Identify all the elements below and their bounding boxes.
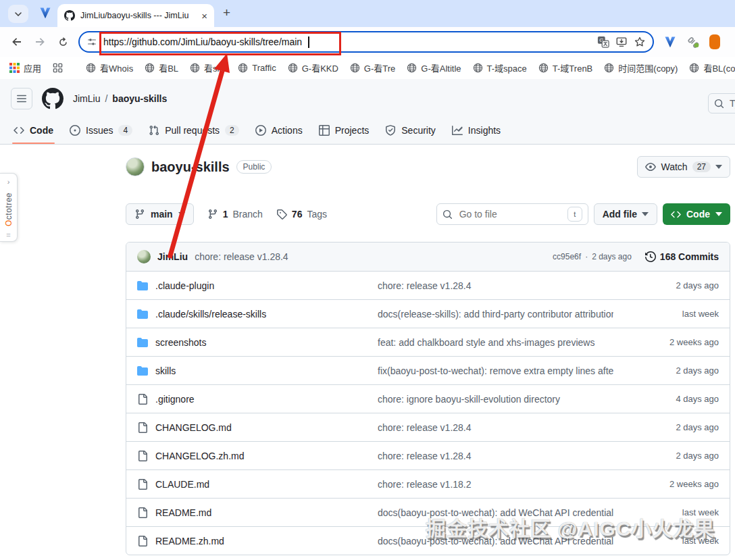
reload-button[interactable] bbox=[51, 30, 74, 53]
repo-title[interactable]: baoyu-skills bbox=[151, 159, 230, 175]
commit-message-link[interactable]: chore: ignore baoyu-skill-evolution dire… bbox=[378, 394, 613, 405]
breadcrumb-owner[interactable]: JimLiu bbox=[73, 93, 100, 104]
extension-icon-clipped[interactable] bbox=[709, 34, 720, 49]
browser-logo-icon[interactable] bbox=[39, 6, 52, 20]
tags-link[interactable]: 76 Tags bbox=[276, 209, 327, 220]
install-app-icon[interactable] bbox=[615, 36, 628, 48]
file-name-link[interactable]: .gitignore bbox=[137, 394, 367, 405]
commit-message[interactable]: chore: release v1.28.4 bbox=[195, 251, 288, 262]
table-row: .claude-plugin chore: release v1.28.4 2 … bbox=[126, 271, 730, 299]
folder-icon bbox=[137, 280, 148, 291]
bookmark-star-icon[interactable] bbox=[634, 36, 646, 48]
commit-time: 4 days ago bbox=[624, 394, 719, 404]
file-name-link[interactable]: screenshots bbox=[137, 337, 367, 348]
browser-logo-icon[interactable] bbox=[663, 35, 677, 49]
octotree-panel-toggle[interactable]: › Octotree = bbox=[0, 173, 18, 242]
file-name-link[interactable]: CHANGELOG.zh.md bbox=[137, 451, 367, 461]
apps-shortcut[interactable]: 应用 bbox=[9, 61, 41, 74]
bookmark-item[interactable]: T-域TrenB bbox=[538, 61, 592, 74]
tab-close-icon[interactable]: × bbox=[201, 11, 207, 21]
tab-actions[interactable]: Actions bbox=[250, 116, 308, 144]
bookmark-item[interactable]: 时间范围(copy) bbox=[604, 61, 678, 74]
repo-nav: Code Issues 4 Pull requests 2 Actions Pr… bbox=[0, 116, 735, 144]
globe-icon bbox=[145, 63, 155, 73]
back-button[interactable] bbox=[5, 30, 28, 53]
bookmark-item[interactable]: 看Whois bbox=[86, 61, 133, 74]
history-icon bbox=[645, 251, 656, 262]
branch-icon bbox=[207, 209, 218, 220]
tag-icon bbox=[276, 209, 287, 220]
code-button[interactable]: Code bbox=[663, 203, 730, 225]
commit-time: 2 days ago bbox=[624, 451, 719, 461]
file-name-link[interactable]: README.md bbox=[137, 507, 367, 518]
commit-message-link[interactable]: chore: release v1.18.2 bbox=[378, 479, 613, 490]
tab-issues[interactable]: Issues 4 bbox=[64, 116, 138, 144]
file-icon bbox=[137, 536, 148, 546]
tab-pull-requests[interactable]: Pull requests 2 bbox=[143, 116, 245, 144]
file-icon bbox=[137, 479, 148, 490]
commit-message-link[interactable]: chore: release v1.28.4 bbox=[378, 422, 613, 433]
commit-message-link[interactable]: fix(baoyu-post-to-wechat): remove extra … bbox=[378, 365, 613, 376]
reload-icon bbox=[57, 36, 69, 48]
chevron-down-icon bbox=[715, 165, 722, 169]
github-logo-icon[interactable] bbox=[42, 88, 64, 109]
go-to-file-field[interactable] bbox=[458, 208, 562, 220]
commit-message-link[interactable]: chore: release v1.28.4 bbox=[378, 280, 613, 291]
branch-selector-button[interactable]: main bbox=[126, 203, 194, 225]
file-name-link[interactable]: skills bbox=[137, 365, 367, 376]
search-icon bbox=[714, 99, 724, 109]
hamburger-menu-button[interactable] bbox=[11, 88, 32, 109]
bookmark-item[interactable]: 看site bbox=[190, 61, 226, 74]
tab-security[interactable]: Security bbox=[380, 116, 441, 144]
file-name-link[interactable]: CHANGELOG.md bbox=[137, 422, 367, 433]
bookmark-item[interactable]: G-看Tre bbox=[350, 61, 395, 74]
latest-commit-bar: JimLiu chore: release v1.28.4 cc95e6f · … bbox=[126, 243, 730, 271]
watch-button[interactable]: Watch 27 bbox=[637, 156, 730, 178]
bookmark-item[interactable]: 看BL bbox=[145, 61, 178, 74]
table-row: CHANGELOG.zh.md chore: release v1.28.4 2… bbox=[126, 441, 730, 469]
eye-icon bbox=[645, 161, 656, 172]
branches-link[interactable]: 1 Branch bbox=[207, 209, 263, 220]
forward-button[interactable] bbox=[28, 30, 51, 53]
hamburger-icon bbox=[16, 93, 27, 104]
commit-message-link[interactable]: feat: add chalkboard style and xhs-image… bbox=[378, 337, 613, 348]
bookmark-item[interactable]: Traffic bbox=[238, 63, 276, 73]
drag-handle-icon[interactable]: = bbox=[6, 234, 10, 238]
extension-link-icon[interactable] bbox=[686, 35, 700, 49]
file-name-link[interactable]: .claude-plugin bbox=[137, 280, 367, 291]
bookmark-item[interactable]: 看BL(copy) bbox=[689, 61, 735, 74]
add-file-button[interactable]: Add file bbox=[594, 203, 657, 225]
go-to-file-input[interactable]: t bbox=[436, 203, 588, 225]
commit-author-avatar[interactable] bbox=[137, 250, 151, 263]
reading-list-button[interactable] bbox=[53, 63, 63, 73]
commit-message-link[interactable]: docs(release-skills): add third-party co… bbox=[378, 309, 613, 320]
commit-sha[interactable]: cc95e6f bbox=[553, 252, 581, 261]
bookmark-item[interactable]: T-域space bbox=[473, 61, 527, 74]
commit-history-link[interactable]: 168 Commits bbox=[645, 251, 719, 262]
table-row: .claude/skills/release-skills docs(relea… bbox=[126, 299, 730, 328]
pull-request-icon bbox=[149, 125, 159, 136]
tab-code[interactable]: Code bbox=[8, 116, 59, 144]
file-name-link[interactable]: .claude/skills/release-skills bbox=[137, 309, 367, 320]
new-tab-button[interactable]: + bbox=[223, 5, 230, 20]
breadcrumb-repo[interactable]: baoyu-skills bbox=[112, 93, 167, 104]
translate-icon[interactable]: G bbox=[597, 36, 609, 48]
bookmark-item[interactable]: G-看Altitle bbox=[407, 61, 461, 74]
file-name-link[interactable]: README.zh.md bbox=[137, 536, 367, 546]
commit-message-link[interactable]: chore: release v1.28.4 bbox=[378, 451, 613, 461]
file-icon bbox=[137, 451, 148, 461]
repo-owner-avatar[interactable] bbox=[126, 157, 145, 176]
bookmark-item[interactable]: G-看KKD bbox=[288, 61, 338, 74]
tab-search-button[interactable] bbox=[8, 5, 28, 23]
file-icon bbox=[137, 394, 148, 405]
tab-projects[interactable]: Projects bbox=[313, 116, 375, 144]
table-row: CHANGELOG.md chore: release v1.28.4 2 da… bbox=[126, 413, 730, 441]
site-info-icon[interactable] bbox=[86, 36, 97, 47]
commit-author[interactable]: JimLiu bbox=[157, 251, 188, 262]
globe-icon bbox=[538, 63, 549, 73]
github-search-box[interactable]: Ty bbox=[708, 93, 735, 113]
tab-insights[interactable]: Insights bbox=[447, 116, 506, 144]
file-name-link[interactable]: CLAUDE.md bbox=[137, 479, 367, 490]
browser-tab[interactable]: JimLiu/baoyu-skills --- JimLiu × bbox=[57, 4, 214, 27]
grid-outline-icon bbox=[53, 63, 63, 73]
